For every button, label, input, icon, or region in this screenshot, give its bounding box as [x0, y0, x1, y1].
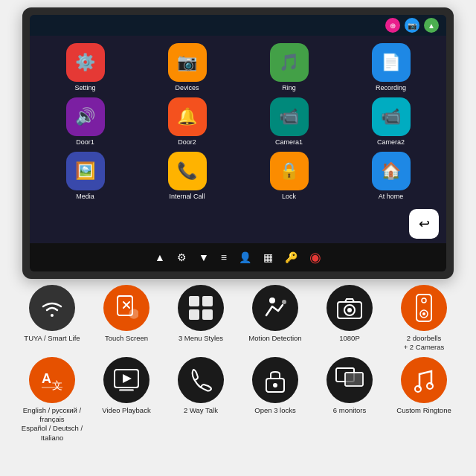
feature-label-music: Custom Ringtone — [396, 406, 451, 415]
feature-menu: 3 Menu Styles — [167, 285, 234, 353]
app-icon: 🔔 — [168, 97, 207, 136]
svg-marker-18 — [123, 374, 132, 383]
app-label: Camera1 — [275, 138, 303, 146]
feature-lock: Open 3 locks — [242, 357, 309, 443]
wifi-status-icon: ▲ — [424, 18, 439, 33]
feature-touch: Touch Screen — [93, 285, 160, 353]
svg-point-1 — [129, 309, 138, 318]
app-icon: ⚙️ — [66, 43, 105, 82]
feature-motion: Motion Detection — [242, 285, 309, 353]
feature-label-play: Video Playback — [102, 406, 150, 415]
app-label: Ring — [282, 84, 296, 91]
svg-point-13 — [422, 312, 425, 315]
screen-header: ⊕ 📷 ▲ — [30, 15, 446, 36]
svg-point-25 — [415, 386, 421, 392]
nav-menu-icon: ≡ — [221, 251, 227, 263]
svg-point-6 — [269, 298, 275, 303]
app-icon: 🖼️ — [66, 152, 105, 190]
svg-point-14 — [422, 298, 426, 303]
feature-circle-translate: A 文 — [29, 357, 75, 403]
app-icon: 📄 — [372, 43, 411, 82]
feature-circle-wifi — [29, 285, 75, 331]
app-item-recording[interactable]: 📄 Recording — [343, 43, 439, 91]
app-grid: ⚙️ Setting 📷 Devices 🎵 Ring 📄 Recording … — [30, 36, 446, 208]
feature-label-speaker: 2 doorbells+ 2 Cameras — [404, 334, 445, 353]
app-item-devices[interactable]: 📷 Devices — [139, 43, 235, 91]
feature-circle-monitors — [327, 357, 373, 403]
nav-settings-icon: ⚙ — [177, 251, 187, 263]
svg-rect-19 — [119, 389, 134, 391]
feature-monitors: 6 monitors — [316, 357, 383, 443]
feature-speaker: 2 doorbells+ 2 Cameras — [390, 285, 457, 353]
svg-point-26 — [427, 383, 433, 389]
svg-rect-3 — [202, 296, 213, 306]
app-item-ring[interactable]: 🎵 Ring — [241, 43, 337, 91]
feature-circle-phone — [178, 357, 224, 403]
feature-label-motion: Motion Detection — [248, 334, 301, 343]
app-label: Setting — [74, 84, 95, 91]
nav-down-icon: ▼ — [199, 251, 209, 263]
nav-arrow-icon: ▲ — [155, 251, 165, 263]
feature-label-wifi: TUYA / Smart Life — [24, 334, 80, 343]
screen: ⊕ 📷 ▲ ⚙️ Setting 📷 Devices 🎵 Ring 📄 Reco… — [30, 15, 446, 271]
back-button[interactable]: ↩ — [409, 209, 439, 239]
app-label: Devices — [175, 84, 199, 91]
feature-wifi: TUYA / Smart Life — [19, 285, 86, 353]
app-item-lock[interactable]: 🔒 Lock — [241, 152, 337, 200]
app-item-door2[interactable]: 🔔 Door2 — [139, 97, 235, 146]
features-row-1: TUYA / Smart Life Touch Screen 3 Menu St… — [15, 285, 461, 353]
app-icon: 📞 — [168, 152, 207, 190]
feature-circle-motion — [252, 285, 298, 331]
feature-music: Custom Ringtone — [390, 357, 457, 443]
app-item-camera2[interactable]: 📹 Camera2 — [343, 97, 439, 146]
screen-time — [37, 21, 39, 30]
app-icon: 🎵 — [270, 43, 309, 82]
app-label: Door2 — [178, 138, 196, 146]
app-item-setting[interactable]: ⚙️ Setting — [37, 43, 133, 91]
nav-key-icon: 🔑 — [285, 251, 298, 263]
feature-label-touch: Touch Screen — [105, 334, 148, 343]
feature-label-phone: 2 Way Talk — [184, 406, 218, 415]
feature-circle-speaker — [401, 285, 447, 331]
app-label: Internal Call — [169, 193, 205, 200]
feature-circle-music — [401, 357, 447, 403]
bottom-bar: ▲ ⚙ ▼ ≡ 👤 ▦ 🔑 ◉ — [30, 243, 446, 271]
feature-phone: 2 Way Talk — [167, 357, 234, 443]
app-item-door1[interactable]: 🔊 Door1 — [37, 97, 133, 146]
feature-circle-menu — [178, 285, 224, 331]
app-icon: 🏠 — [372, 152, 411, 190]
app-icon: 🔒 — [270, 152, 309, 190]
app-item-camera1[interactable]: 📹 Camera1 — [241, 97, 337, 146]
app-item-media[interactable]: 🖼️ Media — [37, 152, 133, 200]
nav-camera-icon: ▦ — [263, 251, 273, 263]
nav-wifi-icon: ◉ — [309, 249, 321, 266]
app-label: Lock — [282, 193, 296, 200]
app-label: Door1 — [76, 138, 94, 146]
svg-text:文: 文 — [52, 379, 62, 391]
app-item-internal-call[interactable]: 📞 Internal Call — [139, 152, 235, 200]
feature-circle-touch — [103, 285, 149, 331]
features-section: TUYA / Smart Life Touch Screen 3 Menu St… — [7, 285, 469, 447]
feature-camera: 1080P — [316, 285, 383, 353]
device: ⊕ 📷 ▲ ⚙️ Setting 📷 Devices 🎵 Ring 📄 Reco… — [22, 7, 454, 279]
feature-circle-camera — [327, 285, 373, 331]
feature-circle-play — [103, 357, 149, 403]
app-label: At home — [379, 193, 404, 200]
app-item-at-home[interactable]: 🏠 At home — [343, 152, 439, 200]
svg-rect-2 — [189, 296, 199, 306]
svg-rect-4 — [189, 309, 199, 320]
svg-point-10 — [347, 308, 352, 312]
feature-label-camera: 1080P — [339, 334, 359, 343]
feature-label-translate: English / русский / françaisEspañol / De… — [19, 406, 86, 443]
app-label: Media — [76, 193, 94, 200]
app-icon: 📷 — [168, 43, 207, 82]
svg-point-7 — [282, 300, 286, 304]
feature-translate: A 文 English / русский / françaisEspañol … — [19, 357, 86, 443]
svg-point-21 — [273, 383, 277, 387]
status-icon-1: ⊕ — [385, 18, 400, 33]
feature-play: Video Playback — [93, 357, 160, 443]
svg-rect-23 — [345, 373, 363, 386]
screen-status-icons: ⊕ 📷 ▲ — [385, 18, 439, 33]
feature-label-menu: 3 Menu Styles — [178, 334, 223, 343]
feature-label-monitors: 6 monitors — [333, 406, 366, 415]
